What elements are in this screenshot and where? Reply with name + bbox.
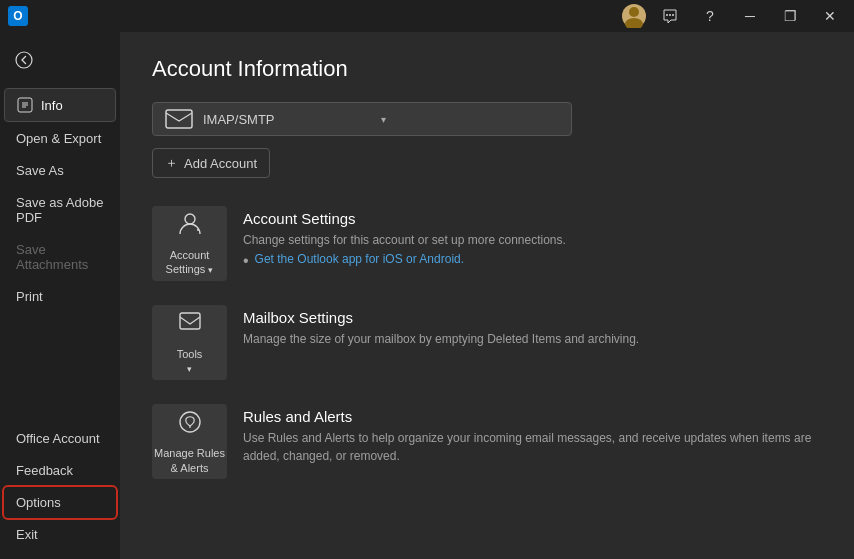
sidebar-item-info-label: Info — [41, 98, 63, 113]
restore-button[interactable]: ❐ — [774, 2, 806, 30]
account-settings-icon-label: AccountSettings ▾ — [166, 248, 214, 277]
sidebar-item-office-account-label: Office Account — [16, 431, 100, 446]
account-email-icon — [165, 109, 193, 129]
sidebar-item-info[interactable]: Info — [4, 88, 116, 122]
svg-point-4 — [672, 14, 674, 16]
svg-rect-10 — [180, 313, 200, 329]
sidebar-item-exit[interactable]: Exit — [4, 519, 116, 550]
svg-point-0 — [629, 7, 639, 17]
svg-point-5 — [16, 52, 32, 68]
title-bar-left: O — [8, 6, 28, 26]
rules-alerts-title: Rules and Alerts — [243, 408, 822, 425]
account-settings-icon — [176, 210, 204, 244]
sidebar-item-options[interactable]: Options — [4, 487, 116, 518]
add-account-button[interactable]: ＋ Add Account — [152, 148, 270, 178]
svg-rect-7 — [166, 110, 192, 128]
user-avatar[interactable] — [622, 4, 646, 28]
sidebar-item-save-adobe[interactable]: Save as Adobe PDF — [4, 187, 116, 233]
mailbox-settings-button[interactable]: Tools▾ — [152, 305, 227, 380]
rules-alerts-icon — [176, 408, 204, 442]
sidebar-item-save-attachments: Save Attachments — [4, 234, 116, 280]
rules-alerts-button[interactable]: Manage Rules& Alerts — [152, 404, 227, 479]
sidebar-item-feedback-label: Feedback — [16, 463, 73, 478]
content-area: Account Information IMAP/SMTP ▾ ＋ Add Ac… — [120, 32, 854, 559]
rules-alerts-desc: Use Rules and Alerts to help organize yo… — [243, 429, 822, 465]
page-title: Account Information — [152, 56, 822, 82]
account-settings-link-item: • Get the Outlook app for iOS or Android… — [243, 252, 822, 270]
account-dropdown[interactable]: IMAP/SMTP ▾ — [152, 102, 572, 136]
account-settings-button[interactable]: AccountSettings ▾ — [152, 206, 227, 281]
tools-icon — [176, 309, 204, 343]
sidebar-item-print[interactable]: Print — [4, 281, 116, 312]
svg-point-1 — [625, 18, 643, 28]
sidebar-bottom: Office Account Feedback Options Exit — [0, 422, 120, 559]
account-dropdown-value: IMAP/SMTP — [203, 112, 381, 127]
sidebar-item-save-as-label: Save As — [16, 163, 64, 178]
sidebar-item-save-as[interactable]: Save As — [4, 155, 116, 186]
help-icon[interactable]: ? — [694, 2, 726, 30]
mailbox-settings-desc: Manage the size of your mailbox by empty… — [243, 330, 822, 348]
sidebar-item-print-label: Print — [16, 289, 43, 304]
add-account-plus-icon: ＋ — [165, 154, 178, 172]
sidebar-item-save-adobe-label: Save as Adobe PDF — [16, 195, 104, 225]
add-account-label: Add Account — [184, 156, 257, 171]
sidebar-item-options-label: Options — [16, 495, 61, 510]
rules-alerts-icon-label: Manage Rules& Alerts — [154, 446, 225, 475]
svg-point-3 — [669, 14, 671, 16]
svg-point-9 — [197, 229, 199, 231]
rules-alerts-card: Manage Rules& Alerts Rules and Alerts Us… — [152, 396, 822, 487]
mailbox-settings-card: Tools▾ Mailbox Settings Manage the size … — [152, 297, 822, 388]
sidebar-item-save-attachments-label: Save Attachments — [16, 242, 104, 272]
title-bar: O ? ─ ❐ ✕ — [0, 0, 854, 32]
account-settings-content: Account Settings Change settings for thi… — [243, 206, 822, 270]
feedback-icon[interactable] — [654, 2, 686, 30]
svg-point-2 — [666, 14, 668, 16]
account-settings-card: AccountSettings ▾ Account Settings Chang… — [152, 198, 822, 289]
svg-point-11 — [180, 412, 200, 432]
sidebar-item-open-export[interactable]: Open & Export — [4, 123, 116, 154]
account-settings-title: Account Settings — [243, 210, 822, 227]
ios-android-link[interactable]: Get the Outlook app for iOS or Android. — [255, 252, 464, 266]
dropdown-chevron-icon: ▾ — [381, 114, 559, 125]
sidebar-item-office-account[interactable]: Office Account — [4, 423, 116, 454]
mailbox-settings-title: Mailbox Settings — [243, 309, 822, 326]
mailbox-settings-content: Mailbox Settings Manage the size of your… — [243, 305, 822, 348]
svg-point-8 — [185, 214, 195, 224]
sidebar-item-open-export-label: Open & Export — [16, 131, 101, 146]
main-layout: Info Open & Export Save As Save as Adobe… — [0, 32, 854, 559]
avatar-area: ? ─ ❐ ✕ — [622, 2, 846, 30]
back-button[interactable] — [8, 44, 40, 76]
sidebar-top: Info Open & Export Save As Save as Adobe… — [0, 40, 120, 422]
close-button[interactable]: ✕ — [814, 2, 846, 30]
outlook-logo-icon: O — [8, 6, 28, 26]
account-settings-desc: Change settings for this account or set … — [243, 231, 822, 249]
bullet-icon: • — [243, 252, 249, 270]
sidebar-item-exit-label: Exit — [16, 527, 38, 542]
sidebar: Info Open & Export Save As Save as Adobe… — [0, 32, 120, 559]
rules-alerts-content: Rules and Alerts Use Rules and Alerts to… — [243, 404, 822, 465]
sidebar-item-feedback[interactable]: Feedback — [4, 455, 116, 486]
tools-icon-label: Tools▾ — [177, 347, 203, 376]
minimize-button[interactable]: ─ — [734, 2, 766, 30]
